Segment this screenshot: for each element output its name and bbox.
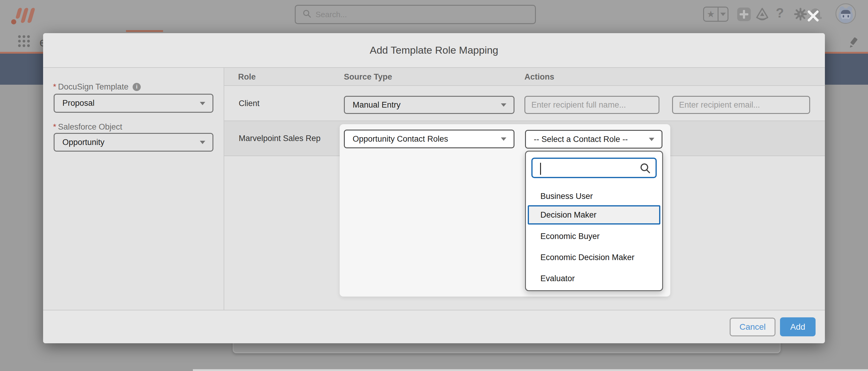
- source-type-select-sales-rep[interactable]: Opportunity Contact Roles: [344, 130, 515, 148]
- trailhead-icon[interactable]: [755, 7, 770, 23]
- chevron-down-icon: [200, 102, 205, 105]
- contact-role-search-input[interactable]: [540, 161, 631, 176]
- logo-dot: [11, 19, 16, 24]
- chevron-down-icon: [501, 103, 506, 107]
- divider: [718, 7, 718, 21]
- column-header-role: Role: [238, 72, 256, 82]
- modal-footer: [43, 310, 825, 343]
- recipient-name-input[interactable]: [524, 96, 659, 114]
- global-header: ★ ?: [0, 0, 868, 30]
- docusign-template-select[interactable]: Proposal: [54, 94, 213, 113]
- chevron-down-icon: [501, 137, 506, 141]
- search-input[interactable]: [315, 10, 521, 20]
- chevron-down-icon: [649, 138, 654, 141]
- background-page-card-edge: [193, 369, 868, 371]
- active-tab-underline: [126, 30, 163, 32]
- favorites-caret-icon[interactable]: [720, 13, 726, 16]
- cancel-button[interactable]: Cancel: [730, 318, 775, 336]
- close-icon[interactable]: [805, 8, 821, 24]
- quick-create-button[interactable]: [737, 7, 751, 21]
- row-role-marvelpoint-sales-rep: Marvelpoint Sales Rep: [239, 134, 321, 143]
- column-header-actions: Actions: [524, 72, 554, 82]
- contact-role-select[interactable]: -- Select a Contact Role --: [525, 130, 662, 149]
- text-cursor: [540, 163, 541, 175]
- marvelpoint-logo-icon[interactable]: [10, 3, 37, 27]
- docusign-template-label: *DocuSign Template i: [53, 82, 141, 92]
- search-icon: [639, 162, 651, 176]
- add-button[interactable]: Add: [780, 317, 815, 336]
- row-role-client: Client: [239, 99, 259, 108]
- chevron-down-icon: [200, 141, 205, 144]
- option-economic-buyer[interactable]: Economic Buyer: [526, 227, 662, 245]
- favorites-star-icon[interactable]: ★: [704, 7, 718, 21]
- recipient-email-input[interactable]: [672, 96, 810, 114]
- help-icon[interactable]: ?: [776, 5, 784, 21]
- app-launcher-icon[interactable]: [18, 35, 30, 47]
- modal-title: Add Template Role Mapping: [43, 33, 825, 67]
- salesforce-object-select[interactable]: Opportunity: [54, 133, 213, 152]
- avatar[interactable]: [835, 3, 856, 24]
- contact-role-dropdown-panel: Business User Decision Maker Economic Bu…: [525, 151, 663, 291]
- info-icon[interactable]: i: [133, 83, 141, 91]
- search-icon: [302, 9, 312, 20]
- column-header-source-type: Source Type: [344, 72, 392, 82]
- source-type-select-client[interactable]: Manual Entry: [344, 96, 515, 114]
- add-template-role-mapping-modal: Add Template Role Mapping *DocuSign Temp…: [43, 33, 825, 343]
- option-business-user[interactable]: Business User: [526, 187, 662, 205]
- option-economic-decision-maker[interactable]: Economic Decision Maker: [526, 248, 662, 267]
- salesforce-object-label: *Salesforce Object: [53, 122, 122, 132]
- option-evaluator[interactable]: Evaluator: [526, 270, 662, 287]
- edit-pencil-icon[interactable]: [849, 37, 859, 50]
- panel-divider: [224, 68, 224, 310]
- favorites-button[interactable]: ★: [703, 7, 728, 22]
- global-search[interactable]: [295, 5, 536, 24]
- option-decision-maker[interactable]: Decision Maker: [526, 206, 662, 224]
- contact-role-search[interactable]: [531, 158, 657, 178]
